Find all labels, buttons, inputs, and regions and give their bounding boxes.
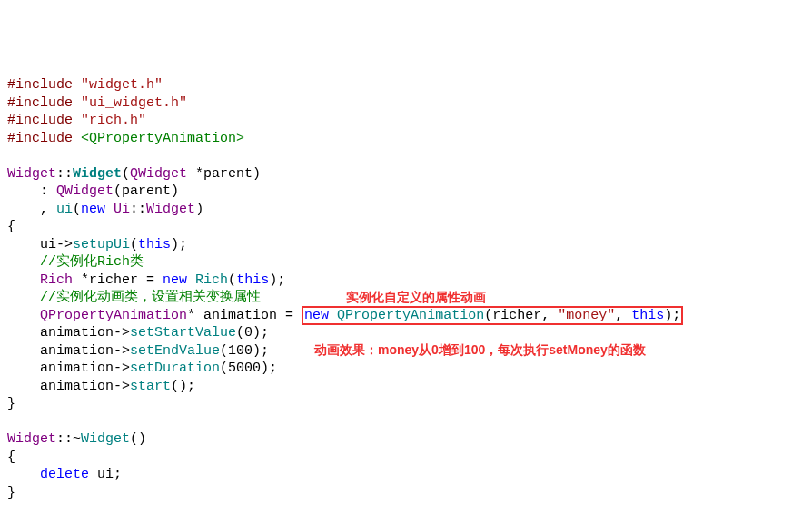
comment: //实例化Rich类 [40, 254, 144, 270]
brace: } [7, 396, 15, 411]
highlight-box: new QPropertyAnimation(richer, "money", … [302, 306, 683, 325]
class-name: Widget [146, 202, 195, 217]
param-rest: *parent) [187, 166, 261, 182]
indent [7, 467, 40, 482]
include-path: "ui_widget.h" [81, 95, 187, 111]
paren: ) [195, 202, 203, 217]
args: (0); [236, 325, 269, 341]
pp-include: #include [7, 131, 73, 146]
annotation-callout: 实例化自定义的属性动画 [346, 289, 486, 307]
include-path: "widget.h" [81, 77, 163, 93]
kw-new: new [304, 308, 329, 323]
method-call: setStartValue [130, 325, 236, 341]
code-text: animation-> [7, 325, 130, 341]
paren: ( [73, 202, 81, 217]
base-init: QWidget [56, 183, 114, 199]
method-call: setupUi [73, 237, 130, 252]
paren: ( [228, 272, 236, 288]
member-init: ui [56, 202, 73, 217]
namespace: Ui [114, 202, 130, 217]
pp-include: #include [7, 95, 73, 111]
kw-new: new [81, 202, 105, 217]
args: (); [171, 379, 195, 394]
scope-op: :: [56, 166, 73, 182]
annotation-callout: 动画效果：money从0增到100，每次执行setMoney的函数 [314, 341, 646, 360]
args: (5000); [220, 361, 277, 376]
code-text: animation-> [7, 379, 130, 394]
code-text: animation-> [7, 343, 130, 359]
ctor-name: Widget [73, 166, 122, 182]
method-call: start [130, 379, 171, 394]
method-call: setEndValue [130, 343, 220, 359]
code-text: *richer = [73, 272, 163, 288]
brace: { [7, 219, 15, 234]
indent [7, 272, 40, 288]
indent [7, 308, 40, 323]
init-indent: : [7, 183, 56, 199]
kw-this: this [631, 308, 664, 323]
code-text: * animation = [187, 308, 302, 323]
paren: ( [122, 166, 130, 182]
brace: { [7, 450, 15, 465]
scope-op: :: [130, 202, 146, 217]
method-call: setDuration [130, 361, 220, 376]
paren: ); [269, 272, 285, 288]
base-args: (parent) [114, 183, 179, 199]
code-text: ui-> [7, 237, 73, 252]
pp-include: #include [7, 113, 73, 128]
include-path: "rich.h" [81, 113, 146, 128]
paren: ); [171, 237, 187, 252]
kw-this: this [138, 237, 171, 252]
class-name: Widget [7, 166, 56, 182]
code-text: ui; [89, 467, 122, 482]
type-name: QPropertyAnimation [40, 308, 187, 323]
brace: } [7, 485, 15, 500]
kw-this: this [236, 272, 269, 288]
comment: //实例化动画类，设置相关变换属性 [40, 290, 261, 305]
string-literal: "money" [558, 308, 615, 323]
ctor-call: Rich [195, 272, 228, 288]
kw-delete: delete [40, 467, 89, 482]
pp-include: #include [7, 77, 73, 93]
paren: () [130, 431, 146, 447]
kw-new: new [163, 272, 187, 288]
param-type: QWidget [130, 166, 187, 182]
indent [7, 254, 40, 270]
include-path: <QPropertyAnimation> [81, 131, 244, 146]
args: , [615, 308, 631, 323]
args: ); [664, 308, 680, 323]
code-text: animation-> [7, 361, 130, 376]
args: (100); [220, 343, 269, 359]
ctor-call: QPropertyAnimation [337, 308, 484, 323]
init-indent: , [7, 202, 56, 217]
dtor-name: Widget [81, 431, 130, 447]
scope-op: ::~ [56, 431, 81, 447]
paren: ( [130, 237, 138, 252]
type-name: Rich [40, 272, 73, 288]
class-name: Widget [7, 431, 56, 447]
indent [7, 290, 40, 305]
args: (richer, [484, 308, 558, 323]
